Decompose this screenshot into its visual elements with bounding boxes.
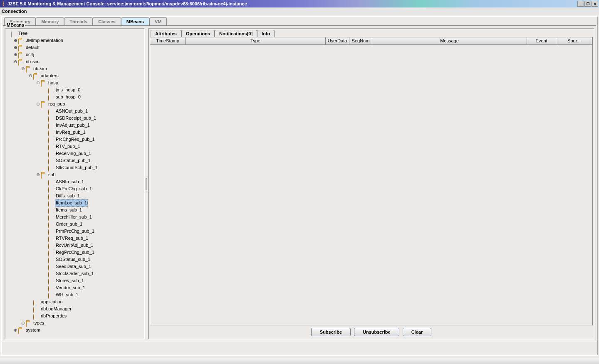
th-source[interactable]: Sour... bbox=[556, 37, 592, 44]
clear-button[interactable]: Clear bbox=[403, 328, 432, 336]
tab-mbeans[interactable]: MBeans bbox=[121, 17, 149, 25]
tree-node[interactable]: rib-sim bbox=[6, 65, 143, 72]
tree-node[interactable]: ASNOut_pub_1 bbox=[6, 108, 143, 115]
th-seqnum[interactable]: SeqNum bbox=[349, 37, 372, 44]
tree-node[interactable]: Tree bbox=[6, 30, 143, 37]
tree-node[interactable]: RegPrcChg_sub_1 bbox=[6, 249, 143, 256]
bean-icon bbox=[48, 194, 54, 199]
tree-node-label: Vendor_sub_1 bbox=[55, 284, 86, 291]
tree-node-label: PrcChgReq_pub_1 bbox=[55, 136, 96, 143]
tree-node-label: SeedData_sub_1 bbox=[55, 263, 92, 270]
tree-node-label: RTVReq_sub_1 bbox=[55, 235, 89, 242]
tree-node[interactable]: SeedData_sub_1 bbox=[6, 263, 143, 270]
tree-node[interactable]: ClrPrcChg_sub_1 bbox=[6, 185, 143, 192]
tree-node[interactable]: rib-sim bbox=[6, 58, 143, 65]
tree-node[interactable]: PrcChgReq_pub_1 bbox=[6, 136, 143, 143]
th-event[interactable]: Event bbox=[527, 37, 556, 44]
tree-node[interactable]: WH_sub_1 bbox=[6, 291, 143, 298]
th-message[interactable]: Message bbox=[372, 37, 527, 44]
tab-threads[interactable]: Threads bbox=[64, 17, 93, 25]
minimize-button[interactable]: _ bbox=[577, 1, 584, 7]
menu-connection[interactable]: Connection bbox=[2, 9, 27, 14]
tree-node[interactable]: adapters bbox=[6, 72, 143, 79]
tree-node[interactable]: JMImplementation bbox=[6, 37, 143, 44]
collapse-icon[interactable] bbox=[21, 67, 25, 71]
unsubscribe-button[interactable]: Unsubscribe bbox=[354, 328, 399, 336]
tree-node[interactable]: PrmPrcChg_sub_1 bbox=[6, 228, 143, 235]
tree-node-label: types bbox=[32, 320, 45, 327]
tree-panel[interactable]: TreeJMImplementationdefaultoc4jrib-simri… bbox=[5, 28, 145, 339]
tab-attributes[interactable]: Attributes bbox=[151, 30, 181, 37]
tab-classes[interactable]: Classes bbox=[93, 17, 121, 25]
tree-node[interactable]: types bbox=[6, 320, 143, 327]
collapse-icon[interactable] bbox=[36, 102, 40, 106]
bean-icon bbox=[48, 109, 54, 114]
tree-spacer bbox=[44, 236, 47, 240]
collapse-icon[interactable] bbox=[29, 74, 32, 78]
menu-bar: Connection bbox=[0, 7, 599, 15]
tree-node[interactable]: ASNIn_sub_1 bbox=[6, 178, 143, 185]
expand-icon[interactable] bbox=[14, 46, 17, 49]
tree-node-label: RTV_pub_1 bbox=[55, 143, 81, 150]
subscribe-button[interactable]: Subscribe bbox=[311, 328, 351, 336]
expand-icon[interactable] bbox=[14, 53, 17, 57]
th-type[interactable]: Type bbox=[186, 37, 326, 44]
bean-icon bbox=[48, 88, 54, 93]
tree-node[interactable]: RcvUnitAdj_sub_1 bbox=[6, 242, 143, 249]
tree-node[interactable]: sub bbox=[6, 171, 143, 178]
tree-spacer bbox=[44, 222, 47, 226]
tree-node[interactable]: InvReq_pub_1 bbox=[6, 129, 143, 136]
tree-node[interactable]: system bbox=[6, 327, 143, 334]
tree-node-label: rib-sim bbox=[25, 58, 40, 65]
tree-node[interactable]: Items_sub_1 bbox=[6, 207, 143, 214]
tree-node[interactable]: application bbox=[6, 298, 143, 305]
tree-node[interactable]: oc4j bbox=[6, 51, 143, 58]
bean-icon bbox=[48, 250, 54, 255]
tree-node[interactable]: ribProperties bbox=[6, 312, 143, 320]
th-userdata[interactable]: UserData bbox=[326, 37, 349, 44]
tree-node[interactable]: Order_sub_1 bbox=[6, 221, 143, 228]
right-panel: Attributes Operations Notifications[0] I… bbox=[148, 28, 594, 339]
expand-icon[interactable] bbox=[21, 321, 25, 325]
tree-node[interactable]: hosp bbox=[6, 79, 143, 86]
close-button[interactable]: ✕ bbox=[592, 1, 598, 7]
tree-spacer bbox=[44, 229, 47, 233]
tree-node[interactable]: DSDReceipt_pub_1 bbox=[6, 115, 143, 122]
tree-node[interactable]: Stores_sub_1 bbox=[6, 277, 143, 284]
tree-node[interactable]: MerchHier_sub_1 bbox=[6, 214, 143, 221]
folder-icon bbox=[41, 172, 47, 177]
tree-node[interactable]: sub_hosp_0 bbox=[6, 93, 143, 101]
tree-node[interactable]: RTVReq_sub_1 bbox=[6, 235, 143, 242]
tree-node[interactable]: req_pub bbox=[6, 101, 143, 108]
tree-node[interactable]: SOStatus_sub_1 bbox=[6, 256, 143, 263]
tree-node[interactable]: jms_hosp_0 bbox=[6, 86, 143, 93]
tab-info[interactable]: Info bbox=[257, 30, 275, 37]
tree-node[interactable]: default bbox=[6, 44, 143, 51]
tree-node[interactable]: InvAdjust_pub_1 bbox=[6, 122, 143, 129]
maximize-button[interactable]: ❐ bbox=[584, 1, 591, 7]
tree-node[interactable]: Diffs_sub_1 bbox=[6, 192, 143, 199]
tree-node[interactable]: StkCountSch_pub_1 bbox=[6, 164, 143, 171]
tree-node[interactable]: RTV_pub_1 bbox=[6, 143, 143, 150]
collapse-icon[interactable] bbox=[14, 60, 17, 64]
tab-vm[interactable]: VM bbox=[149, 17, 167, 25]
tree-node[interactable]: ItemLoc_sub_1 bbox=[6, 199, 143, 207]
collapse-icon[interactable] bbox=[36, 81, 40, 85]
tab-notifications[interactable]: Notifications[0] bbox=[215, 30, 257, 37]
tree-spacer bbox=[29, 314, 32, 318]
splitter[interactable] bbox=[145, 28, 148, 339]
title-bar: J2SE 5.0 Monitoring & Management Console… bbox=[0, 0, 599, 7]
tree-node[interactable]: StockOrder_sub_1 bbox=[6, 270, 143, 277]
tab-memory[interactable]: Memory bbox=[36, 17, 64, 25]
expand-icon[interactable] bbox=[14, 328, 17, 332]
tree-node[interactable]: SOStatus_pub_1 bbox=[6, 157, 143, 164]
tree-node[interactable]: ribLogManager bbox=[6, 305, 143, 312]
tree-node-label: InvReq_pub_1 bbox=[55, 129, 87, 136]
tree-node[interactable]: Receiving_pub_1 bbox=[6, 150, 143, 157]
collapse-icon[interactable] bbox=[36, 173, 40, 177]
th-timestamp[interactable]: TimeStamp bbox=[150, 37, 186, 44]
expand-icon[interactable] bbox=[14, 39, 17, 42]
tab-operations[interactable]: Operations bbox=[181, 30, 215, 37]
tree-node[interactable]: Vendor_sub_1 bbox=[6, 284, 143, 291]
tree-spacer bbox=[44, 286, 47, 290]
